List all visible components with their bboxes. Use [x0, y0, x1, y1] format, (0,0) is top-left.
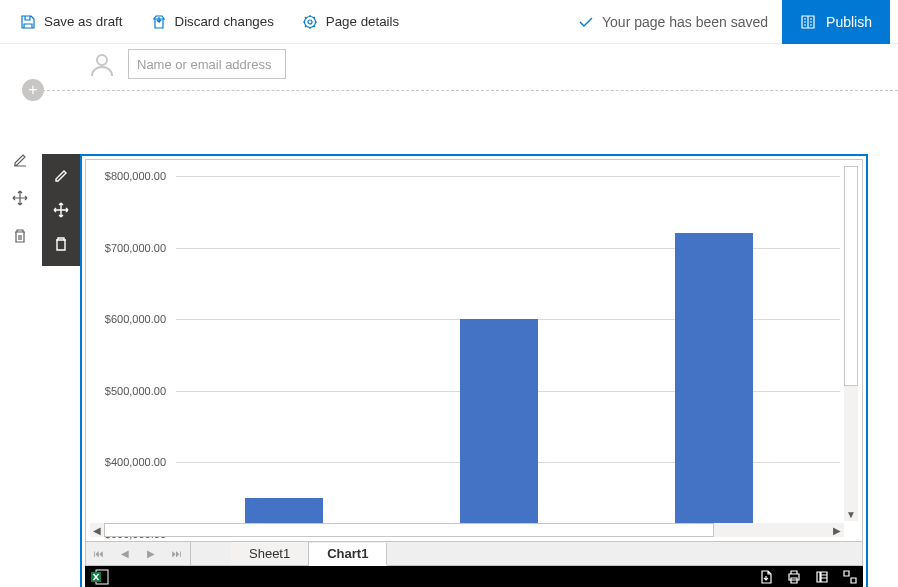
y-axis-tick: $500,000.00	[98, 385, 166, 397]
svg-point-1	[308, 20, 312, 24]
excel-logo-icon	[91, 569, 109, 585]
edit-webpart-button[interactable]	[53, 168, 69, 184]
last-sheet-button[interactable]: ⏭	[164, 548, 190, 559]
author-name-input[interactable]	[128, 49, 286, 79]
save-draft-label: Save as draft	[44, 14, 123, 29]
discard-changes-label: Discard changes	[175, 14, 274, 29]
prev-sheet-button[interactable]: ◀	[112, 548, 138, 559]
page-canvas: + $800,	[0, 44, 898, 587]
save-draft-button[interactable]: Save as draft	[8, 2, 135, 42]
sheet-tab-label: Chart1	[327, 546, 368, 561]
horizontal-scroll-thumb[interactable]	[104, 523, 714, 537]
plus-icon: +	[28, 82, 37, 98]
discard-changes-button[interactable]: Discard changes	[139, 2, 286, 42]
fullscreen-button[interactable]	[843, 570, 857, 584]
svg-point-2	[97, 55, 107, 65]
print-button[interactable]	[787, 570, 801, 584]
publish-button[interactable]: Publish	[782, 0, 890, 44]
section-divider: +	[0, 90, 898, 91]
vertical-scrollbar[interactable]: ▲ ▼	[844, 166, 858, 521]
download-button[interactable]	[759, 570, 773, 584]
delete-section-button[interactable]	[12, 228, 28, 244]
command-bar: Save as draft Discard changes Page detai…	[0, 0, 898, 44]
excel-webpart: $800,000.00$700,000.00$600,000.00$500,00…	[80, 154, 868, 587]
chart-gridline	[176, 176, 840, 177]
save-status: Your page has been saved	[564, 14, 782, 30]
scroll-down-arrow-icon[interactable]: ▼	[844, 507, 858, 521]
scroll-left-arrow-icon[interactable]: ◀	[90, 523, 104, 537]
next-sheet-button[interactable]: ▶	[138, 548, 164, 559]
discard-icon	[151, 14, 167, 30]
workbook-viewport: $800,000.00$700,000.00$600,000.00$500,00…	[85, 159, 863, 542]
scroll-right-arrow-icon[interactable]: ▶	[830, 523, 844, 537]
y-axis-tick: $600,000.00	[98, 313, 166, 325]
y-axis-tick: $800,000.00	[98, 170, 166, 182]
persona-icon	[86, 48, 118, 80]
y-axis-tick: $400,000.00	[98, 456, 166, 468]
chart-bar	[245, 498, 323, 523]
section-toolbar	[12, 152, 28, 244]
edit-section-button[interactable]	[12, 152, 28, 168]
first-sheet-button[interactable]: ⏮	[86, 548, 112, 559]
sheet-tab-label: Sheet1	[249, 546, 290, 561]
delete-webpart-button[interactable]	[53, 236, 69, 252]
publish-label: Publish	[826, 14, 872, 30]
dashed-divider	[42, 90, 898, 91]
chart-bar	[675, 233, 753, 523]
publish-icon	[800, 14, 816, 30]
sheet-tab-chart1[interactable]: Chart1	[309, 543, 387, 566]
save-status-text: Your page has been saved	[602, 14, 768, 30]
sheet-tab-sheet1[interactable]: Sheet1	[231, 542, 309, 565]
checkmark-icon	[578, 14, 594, 30]
sheet-nav-buttons: ⏮ ◀ ▶ ⏭	[86, 542, 191, 565]
save-icon	[20, 14, 36, 30]
y-axis-tick: $700,000.00	[98, 242, 166, 254]
page-details-label: Page details	[326, 14, 399, 29]
webpart-toolbar	[42, 154, 80, 266]
data-button[interactable]	[815, 570, 829, 584]
add-section-button[interactable]: +	[22, 79, 44, 101]
chart-plot-area: $800,000.00$700,000.00$600,000.00$500,00…	[90, 164, 844, 523]
move-webpart-button[interactable]	[53, 202, 69, 218]
page-details-button[interactable]: Page details	[290, 2, 411, 42]
horizontal-scrollbar[interactable]: ◀ ▶	[90, 523, 844, 537]
sheet-tabstrip: ⏮ ◀ ▶ ⏭ Sheet1 Chart1	[85, 542, 863, 566]
gear-icon	[302, 14, 318, 30]
vertical-scroll-thumb[interactable]	[844, 166, 858, 386]
move-section-button[interactable]	[12, 190, 28, 206]
author-byline	[86, 48, 898, 80]
chart-bar	[460, 319, 538, 523]
command-bar-left: Save as draft Discard changes Page detai…	[8, 2, 411, 42]
workbook-footer	[85, 566, 863, 587]
